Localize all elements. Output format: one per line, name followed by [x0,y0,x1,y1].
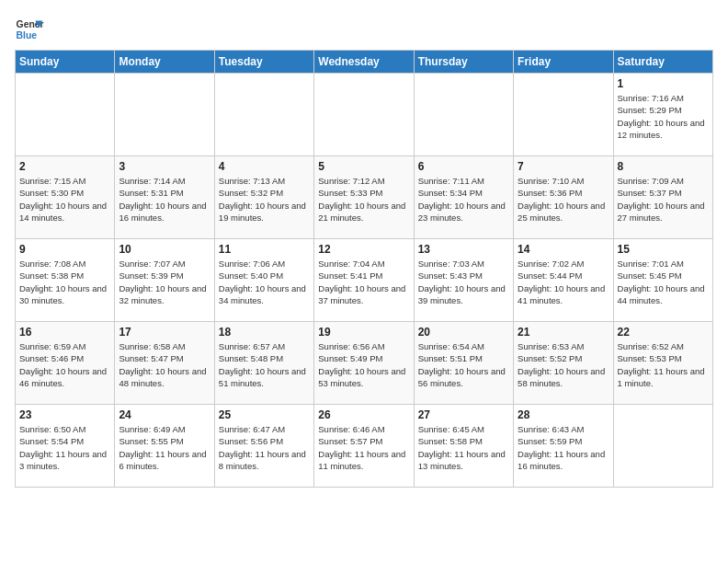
calendar-cell: 21Sunrise: 6:53 AM Sunset: 5:52 PM Dayli… [514,322,613,405]
day-number: 15 [618,243,709,256]
day-info: Sunrise: 6:49 AM Sunset: 5:55 PM Dayligh… [119,423,210,472]
calendar-cell: 25Sunrise: 6:47 AM Sunset: 5:56 PM Dayli… [214,405,313,488]
logo: General Blue [15,15,48,44]
day-number: 21 [518,326,609,339]
calendar-week-2: 2Sunrise: 7:15 AM Sunset: 5:30 PM Daylig… [16,156,713,239]
logo-icon: General Blue [15,15,44,44]
weekday-header-row: SundayMondayTuesdayWednesdayThursdayFrid… [16,51,713,74]
day-number: 4 [219,160,310,173]
day-info: Sunrise: 7:16 AM Sunset: 5:29 PM Dayligh… [618,92,709,141]
day-number: 19 [318,326,409,339]
calendar-cell: 1Sunrise: 7:16 AM Sunset: 5:29 PM Daylig… [613,74,712,156]
calendar-cell: 17Sunrise: 6:58 AM Sunset: 5:47 PM Dayli… [115,322,214,405]
day-number: 22 [618,326,709,339]
day-info: Sunrise: 6:58 AM Sunset: 5:47 PM Dayligh… [119,340,210,389]
day-number: 2 [19,160,110,173]
calendar-cell [214,74,313,156]
weekday-header-saturday: Saturday [613,51,712,74]
day-info: Sunrise: 6:59 AM Sunset: 5:46 PM Dayligh… [19,340,110,389]
day-info: Sunrise: 6:53 AM Sunset: 5:52 PM Dayligh… [518,340,609,389]
calendar-cell: 14Sunrise: 7:02 AM Sunset: 5:44 PM Dayli… [514,239,613,322]
svg-text:Blue: Blue [17,30,38,40]
calendar-cell: 23Sunrise: 6:50 AM Sunset: 5:54 PM Dayli… [16,405,115,488]
day-number: 18 [219,326,310,339]
calendar-table: SundayMondayTuesdayWednesdayThursdayFrid… [15,50,713,488]
day-info: Sunrise: 6:46 AM Sunset: 5:57 PM Dayligh… [318,423,409,472]
weekday-header-sunday: Sunday [16,51,115,74]
day-number: 9 [19,243,110,256]
calendar-cell: 12Sunrise: 7:04 AM Sunset: 5:41 PM Dayli… [314,239,414,322]
day-info: Sunrise: 7:04 AM Sunset: 5:41 PM Dayligh… [318,258,409,306]
day-number: 7 [518,160,609,173]
calendar-cell [16,74,115,156]
day-info: Sunrise: 6:43 AM Sunset: 5:59 PM Dayligh… [518,423,609,472]
calendar-cell: 8Sunrise: 7:09 AM Sunset: 5:37 PM Daylig… [613,156,712,239]
calendar-cell: 11Sunrise: 7:06 AM Sunset: 5:40 PM Dayli… [214,239,313,322]
day-number: 13 [418,243,509,256]
day-number: 23 [19,408,110,421]
calendar-cell: 22Sunrise: 6:52 AM Sunset: 5:53 PM Dayli… [613,322,712,405]
calendar-cell [314,74,414,156]
calendar-week-3: 9Sunrise: 7:08 AM Sunset: 5:38 PM Daylig… [16,239,713,322]
day-info: Sunrise: 7:02 AM Sunset: 5:44 PM Dayligh… [518,258,609,306]
day-info: Sunrise: 7:09 AM Sunset: 5:37 PM Dayligh… [618,175,709,224]
day-number: 8 [618,160,709,173]
day-info: Sunrise: 7:03 AM Sunset: 5:43 PM Dayligh… [418,258,509,306]
day-number: 3 [119,160,210,173]
weekday-header-friday: Friday [514,51,613,74]
day-info: Sunrise: 6:56 AM Sunset: 5:49 PM Dayligh… [318,340,409,389]
calendar-cell [414,74,513,156]
calendar-cell: 15Sunrise: 7:01 AM Sunset: 5:45 PM Dayli… [613,239,712,322]
day-info: Sunrise: 7:15 AM Sunset: 5:30 PM Dayligh… [19,175,110,224]
day-info: Sunrise: 7:01 AM Sunset: 5:45 PM Dayligh… [618,258,709,306]
calendar-cell [115,74,214,156]
weekday-header-monday: Monday [115,51,214,74]
weekday-header-tuesday: Tuesday [214,51,313,74]
day-info: Sunrise: 7:06 AM Sunset: 5:40 PM Dayligh… [219,258,310,306]
day-number: 6 [418,160,509,173]
day-number: 17 [119,326,210,339]
day-info: Sunrise: 6:50 AM Sunset: 5:54 PM Dayligh… [19,423,110,472]
calendar-cell: 5Sunrise: 7:12 AM Sunset: 5:33 PM Daylig… [314,156,414,239]
day-info: Sunrise: 6:45 AM Sunset: 5:58 PM Dayligh… [418,423,509,472]
day-info: Sunrise: 7:08 AM Sunset: 5:38 PM Dayligh… [19,258,110,306]
calendar-week-4: 16Sunrise: 6:59 AM Sunset: 5:46 PM Dayli… [16,322,713,405]
day-number: 5 [318,160,409,173]
header: General Blue [15,15,713,44]
day-number: 25 [219,408,310,421]
day-number: 1 [618,77,709,90]
calendar-cell: 28Sunrise: 6:43 AM Sunset: 5:59 PM Dayli… [514,405,613,488]
day-info: Sunrise: 7:11 AM Sunset: 5:34 PM Dayligh… [418,175,509,224]
calendar-week-5: 23Sunrise: 6:50 AM Sunset: 5:54 PM Dayli… [16,405,713,488]
weekday-header-thursday: Thursday [414,51,513,74]
day-number: 28 [518,408,609,421]
calendar-cell: 20Sunrise: 6:54 AM Sunset: 5:51 PM Dayli… [414,322,513,405]
calendar-cell: 13Sunrise: 7:03 AM Sunset: 5:43 PM Dayli… [414,239,513,322]
day-info: Sunrise: 7:12 AM Sunset: 5:33 PM Dayligh… [318,175,409,224]
day-info: Sunrise: 6:47 AM Sunset: 5:56 PM Dayligh… [219,423,310,472]
calendar-cell: 4Sunrise: 7:13 AM Sunset: 5:32 PM Daylig… [214,156,313,239]
calendar-cell [613,405,712,488]
day-number: 12 [318,243,409,256]
day-number: 14 [518,243,609,256]
day-number: 26 [318,408,409,421]
calendar-cell: 26Sunrise: 6:46 AM Sunset: 5:57 PM Dayli… [314,405,414,488]
calendar-cell: 24Sunrise: 6:49 AM Sunset: 5:55 PM Dayli… [115,405,214,488]
calendar-cell: 9Sunrise: 7:08 AM Sunset: 5:38 PM Daylig… [16,239,115,322]
calendar-cell: 7Sunrise: 7:10 AM Sunset: 5:36 PM Daylig… [514,156,613,239]
day-info: Sunrise: 7:10 AM Sunset: 5:36 PM Dayligh… [518,175,609,224]
calendar-cell: 3Sunrise: 7:14 AM Sunset: 5:31 PM Daylig… [115,156,214,239]
day-info: Sunrise: 6:57 AM Sunset: 5:48 PM Dayligh… [219,340,310,389]
calendar-cell: 16Sunrise: 6:59 AM Sunset: 5:46 PM Dayli… [16,322,115,405]
calendar-cell: 18Sunrise: 6:57 AM Sunset: 5:48 PM Dayli… [214,322,313,405]
day-number: 24 [119,408,210,421]
day-number: 11 [219,243,310,256]
page: General Blue SundayMondayTuesdayWednesda… [0,0,728,497]
day-info: Sunrise: 7:14 AM Sunset: 5:31 PM Dayligh… [119,175,210,224]
day-number: 20 [418,326,509,339]
calendar-week-1: 1Sunrise: 7:16 AM Sunset: 5:29 PM Daylig… [16,74,713,156]
day-info: Sunrise: 7:07 AM Sunset: 5:39 PM Dayligh… [119,258,210,306]
day-info: Sunrise: 6:54 AM Sunset: 5:51 PM Dayligh… [418,340,509,389]
day-number: 10 [119,243,210,256]
day-number: 16 [19,326,110,339]
